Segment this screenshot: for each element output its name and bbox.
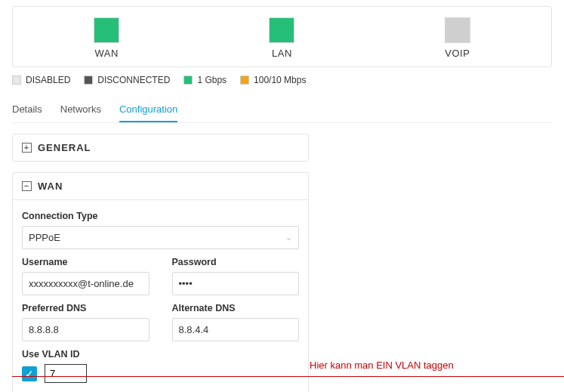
wan-title: WAN <box>38 181 63 192</box>
password-label: Password <box>172 257 300 267</box>
collapse-icon: − <box>22 181 32 191</box>
legend-swatch-icon <box>240 76 249 85</box>
preferred-dns-label: Preferred DNS <box>22 303 149 313</box>
legend-disconnected: DISCONNECTED <box>84 75 170 85</box>
legend-disabled: DISABLED <box>12 75 70 85</box>
tabs: Details Networks Configuration <box>12 97 552 123</box>
port-label: LAN <box>194 48 369 59</box>
chevron-down-icon: ⌄ <box>285 233 292 242</box>
vlan-id-input[interactable] <box>45 364 87 383</box>
legend-label: 100/10 Mbps <box>254 75 306 85</box>
general-title: GENERAL <box>38 142 91 153</box>
connection-type-label: Connection Type <box>22 211 299 221</box>
username-label: Username <box>22 257 149 267</box>
legend-label: 1 Gbps <box>197 75 227 85</box>
port-indicator-voip <box>445 17 470 43</box>
use-vlan-id-label: Use VLAN ID <box>22 349 299 360</box>
legend-swatch-icon <box>84 76 93 85</box>
tab-configuration[interactable]: Configuration <box>119 97 177 122</box>
port-indicator-wan <box>94 17 119 43</box>
use-vlan-id-checkbox[interactable]: ✓ <box>22 366 37 381</box>
port-indicator-lan <box>269 17 294 43</box>
connection-type-value: PPPoE <box>29 232 60 243</box>
legend-label: DISABLED <box>26 75 70 85</box>
port-status-voip: VOIP <box>370 17 545 59</box>
username-input[interactable] <box>22 272 149 295</box>
annotation-line <box>12 376 564 377</box>
annotation-text: Hier kann man EIN VLAN taggen <box>310 360 454 371</box>
preferred-dns-input[interactable] <box>22 318 149 341</box>
legend-100-10: 100/10 Mbps <box>240 75 306 85</box>
port-status-wan: WAN <box>19 17 194 59</box>
port-status-lan: LAN <box>194 17 369 59</box>
legend-1gbps: 1 Gbps <box>183 75 227 85</box>
port-label: VOIP <box>370 48 545 59</box>
tab-details[interactable]: Details <box>12 97 42 122</box>
tab-networks[interactable]: Networks <box>60 97 101 122</box>
general-header[interactable]: + GENERAL <box>13 134 308 161</box>
wan-body: Connection Type PPPoE ⌄ Username Passwor… <box>13 199 308 392</box>
legend-swatch-icon <box>183 76 193 85</box>
legend-swatch-icon <box>12 76 21 85</box>
wan-header[interactable]: − WAN <box>13 173 308 199</box>
connection-type-select[interactable]: PPPoE ⌄ <box>22 226 299 249</box>
general-panel: + GENERAL <box>12 134 309 162</box>
port-status-panel: WAN LAN VOIP <box>12 6 552 67</box>
legend-row: DISABLED DISCONNECTED 1 Gbps 100/10 Mbps <box>12 75 552 85</box>
expand-icon: + <box>22 143 32 153</box>
password-input[interactable] <box>172 272 300 295</box>
alternate-dns-label: Alternate DNS <box>172 303 300 313</box>
wan-panel: − WAN Connection Type PPPoE ⌄ Username P… <box>12 172 309 392</box>
legend-label: DISCONNECTED <box>97 75 170 85</box>
port-label: WAN <box>19 48 194 59</box>
alternate-dns-input[interactable] <box>172 318 300 341</box>
